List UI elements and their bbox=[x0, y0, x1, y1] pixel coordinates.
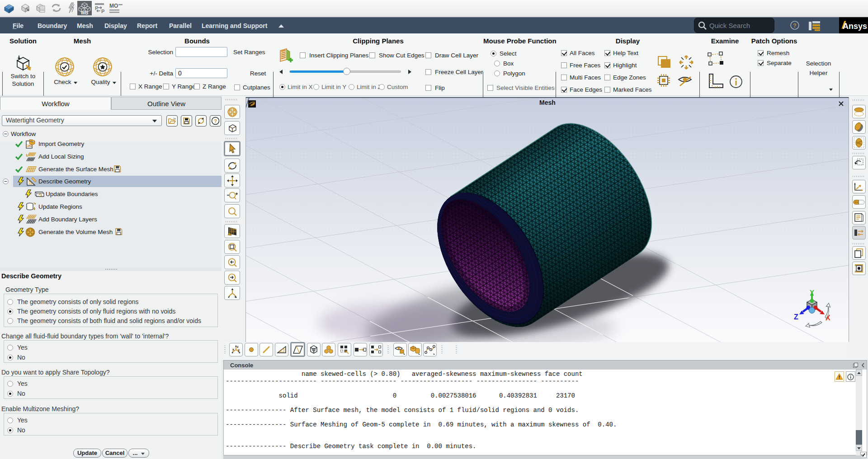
svg-text:Ansys: Ansys bbox=[843, 22, 867, 31]
svg-text:MO: MO bbox=[109, 3, 118, 9]
svg-text:CAD: CAD bbox=[26, 144, 33, 147]
svg-text:?: ? bbox=[793, 23, 796, 29]
svg-text:WB: WB bbox=[81, 10, 89, 15]
svg-text:Y: Y bbox=[810, 288, 814, 296]
svg-text:y: y bbox=[238, 348, 240, 352]
svg-text:Mesh: Mesh bbox=[539, 99, 556, 106]
svg-text:Z: Z bbox=[794, 313, 798, 321]
svg-text:z: z bbox=[237, 345, 239, 348]
svg-text:P: P bbox=[101, 9, 104, 14]
svg-text:?: ? bbox=[214, 118, 217, 124]
svg-text:x: x bbox=[232, 348, 234, 351]
